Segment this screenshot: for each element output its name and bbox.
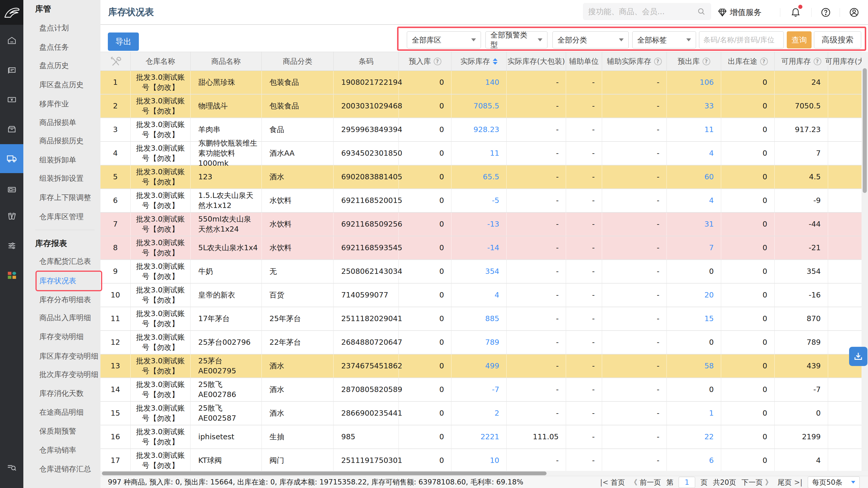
sidebar-item[interactable]: 保质期预警 <box>23 423 100 439</box>
cell-pre-out[interactable]: 20 <box>667 290 714 300</box>
table-row[interactable]: 12批发3.0测试账号【勿改】25茅台00279622年茅台2684880720… <box>100 331 868 355</box>
cell-stock[interactable]: 4 <box>452 290 499 300</box>
help-circle-icon[interactable]: ? <box>760 58 768 65</box>
table-row[interactable]: 1批发3.0测试账号【勿改】甜心黑珍珠包装食品19080217221940140… <box>100 71 868 94</box>
horizontal-scrollbar-thumb[interactable] <box>102 471 547 475</box>
cell-stock[interactable]: 354 <box>452 267 499 276</box>
sort-icon[interactable] <box>493 58 498 65</box>
sidebar-item[interactable]: 盘点任务 <box>23 39 100 56</box>
app-logo[interactable] <box>0 0 23 25</box>
sidebar-item[interactable]: 批次库存变动明细 <box>23 366 100 383</box>
cell-pre-out[interactable]: 58 <box>667 361 714 371</box>
cell-pre-out[interactable]: 15 <box>667 314 714 324</box>
goods-icon[interactable] <box>0 120 23 139</box>
cell-pre-out[interactable]: 60 <box>667 172 714 182</box>
cell-stock[interactable]: 2221 <box>452 432 499 442</box>
sidebar-item[interactable]: 盘点计划 <box>23 20 100 36</box>
table-row[interactable]: 2批发3.0测试账号【勿改】物理战斗包装食品200303102946807085… <box>100 94 868 118</box>
value-added-services-button[interactable]: 增值服务 <box>717 0 762 25</box>
column-settings-button[interactable] <box>100 52 131 70</box>
sidebar-item[interactable]: 移库作业 <box>23 96 100 112</box>
cell-pre-out[interactable]: 4 <box>667 148 714 158</box>
last-page-button[interactable]: 尾页 >| <box>778 478 802 487</box>
keyword-search-input[interactable] <box>699 31 784 49</box>
help-circle-icon[interactable]: ? <box>703 58 710 65</box>
warehouse-truck-icon[interactable] <box>0 149 23 168</box>
cell-stock[interactable]: -13 <box>452 219 499 229</box>
table-row[interactable]: 7批发3.0测试账号【勿改】550ml农夫山泉天然水1x24水饮料6921168… <box>100 213 868 236</box>
table-row[interactable]: 4批发3.0测试账号【勿改】东鹏特饮瓶装维生素功能饮料1000mk酒水AA693… <box>100 142 868 165</box>
sidebar-item[interactable]: 库存消化天数 <box>23 385 100 402</box>
cell-stock[interactable]: -5 <box>452 195 499 206</box>
help-circle-icon[interactable]: ? <box>654 58 662 65</box>
notifications-button[interactable] <box>788 0 803 25</box>
filter-warning-type-select[interactable]: 全部预警类型 <box>486 31 548 49</box>
home-icon[interactable] <box>0 31 23 50</box>
cell-stock[interactable]: 2 <box>452 408 499 418</box>
cell-stock[interactable]: 140 <box>452 78 499 87</box>
orders-icon[interactable] <box>0 61 23 80</box>
table-row[interactable]: 9批发3.0测试账号【勿改】牛奶无25080621430340354---003… <box>100 260 868 283</box>
help-circle-icon[interactable]: ? <box>814 58 821 65</box>
table-row[interactable]: 15批发3.0测试账号【勿改】25散飞AE002587酒水28669002354… <box>100 402 868 425</box>
cell-pre-out[interactable]: 1 <box>667 408 714 418</box>
sidebar-item[interactable]: 仓库进销存汇总 <box>23 461 100 477</box>
cell-pre-out[interactable]: 22 <box>667 432 714 442</box>
sidebar-item[interactable]: 库区库存变动明细 <box>23 348 100 365</box>
filter-category-select[interactable]: 全部分类 <box>553 31 629 49</box>
table-row[interactable]: 6批发3.0测试账号【勿改】1.5.L农夫山泉天然水1x12水饮料6921168… <box>100 189 868 213</box>
query-button[interactable]: 查询 <box>787 31 812 49</box>
help-circle-icon[interactable]: ? <box>434 58 441 65</box>
sidebar-item[interactable]: 在途商品明细 <box>23 404 100 421</box>
page-number-input[interactable]: 1 <box>679 477 695 488</box>
advanced-search-button[interactable]: 高级搜索 <box>814 31 861 49</box>
column-header[interactable]: 实际库存 <box>452 52 507 70</box>
sidebar-item[interactable]: 商品出入库明细 <box>23 310 100 326</box>
page-size-select[interactable]: 每页50条 <box>808 477 860 488</box>
dashboard-grid-icon[interactable] <box>0 266 23 285</box>
cell-pre-out[interactable]: 11 <box>667 125 714 135</box>
table-row[interactable]: 8批发3.0测试账号【勿改】5L农夫山泉水1x4水饮料6921168593545… <box>100 236 868 260</box>
cell-pre-out[interactable]: 6 <box>667 456 714 465</box>
cell-stock[interactable]: -7 <box>452 385 499 395</box>
collapse-search-icon[interactable] <box>0 458 23 477</box>
cell-pre-out[interactable]: 7 <box>667 243 714 253</box>
cell-stock[interactable]: 65.5 <box>452 172 499 182</box>
table-row[interactable]: 10批发3.0测试账号【勿改】皇帝的新衣百货714059907704---200… <box>100 283 868 307</box>
global-search-input[interactable] <box>588 7 697 16</box>
download-float-button[interactable] <box>849 347 867 366</box>
filter-tag-select[interactable]: 全部标签 <box>632 31 696 49</box>
cell-stock[interactable]: 499 <box>452 361 499 371</box>
cell-stock[interactable]: 11 <box>452 148 499 158</box>
vertical-scrollbar-thumb[interactable] <box>863 68 867 193</box>
sidebar-item[interactable]: 组装拆卸设置 <box>23 170 100 187</box>
sidebar-item[interactable]: 库存上下限调整 <box>23 189 100 206</box>
next-page-button[interactable]: 下一页 》 <box>742 478 772 487</box>
sidebar-item[interactable]: 盘点历史 <box>23 57 100 74</box>
sidebar-item[interactable]: 仓库配货汇总表 <box>23 253 100 270</box>
table-row[interactable]: 5批发3.0测试账号【勿改】123酒水6902083881405065.5---… <box>100 165 868 189</box>
export-button[interactable]: 导出 <box>108 32 139 51</box>
horizontal-scrollbar[interactable] <box>100 471 868 476</box>
cell-pre-out[interactable]: 4 <box>667 195 714 206</box>
sidebar-item[interactable]: 组装拆卸单 <box>23 152 100 169</box>
table-row[interactable]: 11批发3.0测试账号【勿改】17年茅台25年茅台251118202904108… <box>100 307 868 331</box>
cell-stock[interactable]: 789 <box>452 337 499 347</box>
sidebar-item[interactable]: 库存变动明细 <box>23 329 100 345</box>
finance-icon[interactable] <box>0 90 23 109</box>
cashbox-icon[interactable] <box>0 180 23 199</box>
sidebar-item[interactable]: 库区盘点历史 <box>23 77 100 93</box>
table-row[interactable]: 16批发3.0测试账号【勿改】iphisetest生抽98502221111.0… <box>100 425 868 449</box>
sidebar-item[interactable]: 商品报损单 <box>23 114 100 131</box>
cell-pre-out[interactable]: 33 <box>667 101 714 111</box>
account-button[interactable] <box>847 0 862 25</box>
global-search[interactable] <box>583 3 711 20</box>
cell-pre-out[interactable]: 106 <box>667 78 714 87</box>
sidebar-item[interactable]: 仓库动销率 <box>23 442 100 458</box>
cell-stock[interactable]: 10 <box>452 456 499 465</box>
filter-warehouse-area-select[interactable]: 全部库区 <box>407 31 481 49</box>
first-page-button[interactable]: |< 首页 <box>600 478 625 487</box>
cell-stock[interactable]: -14 <box>452 243 499 253</box>
cell-stock[interactable]: 7085.5 <box>452 101 499 111</box>
prev-page-button[interactable]: 《 前一页 <box>630 478 661 487</box>
